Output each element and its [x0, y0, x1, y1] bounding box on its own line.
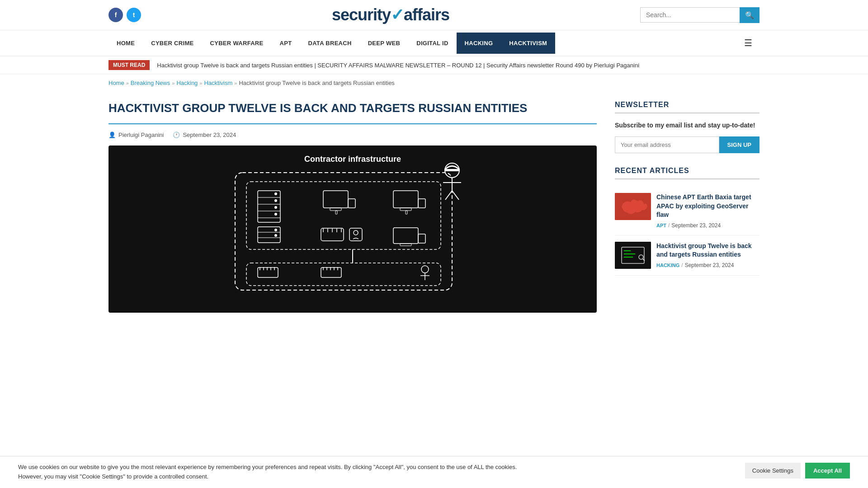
article-card-title-2[interactable]: Hacktivist group Twelve is back and targ… [656, 242, 760, 259]
author-name: Pierluigi Paganini [118, 131, 164, 138]
article-meta: 👤 Pierluigi Paganini 🕐 September 23, 202… [108, 131, 597, 138]
search-button[interactable]: 🔍 [740, 7, 760, 23]
svg-point-16 [274, 206, 277, 209]
nav-digital-id[interactable]: DIGITAL ID [408, 33, 456, 54]
article-date-2: September 23, 2024 [685, 262, 734, 268]
newsletter-title: NEWSLETTER [615, 101, 760, 113]
signup-button[interactable]: SIGN UP [719, 136, 760, 153]
article-thumb-1 [615, 193, 651, 220]
nav-apt[interactable]: APT [272, 33, 300, 54]
svg-rect-23 [400, 208, 411, 211]
nav-cyber-warfare[interactable]: CYBER WARFARE [202, 33, 272, 54]
clock-icon: 🕐 [173, 131, 180, 138]
china-map-icon [615, 193, 651, 220]
breadcrumb: Home » Breaking News » Hacking » Hacktiv… [0, 74, 868, 92]
newsletter-section: NEWSLETTER Subscribe to my email list an… [615, 101, 760, 153]
recent-articles-title: RECENT ARTICLES [615, 167, 760, 179]
top-bar: f t security✓affairs 🔍 [0, 0, 868, 30]
nav-hacking[interactable]: HACKING [457, 33, 501, 54]
email-row: SIGN UP [615, 136, 760, 153]
infographic-svg: Contractor infrastructure [222, 145, 484, 313]
twitter-icon[interactable]: t [127, 8, 141, 22]
svg-text:Contractor infrastructure: Contractor infrastructure [304, 155, 401, 164]
nav-cyber-crime[interactable]: CYBER CRIME [143, 33, 202, 54]
svg-rect-6 [444, 169, 460, 171]
recent-article-1: Chinese APT Earth Baxia target APAC by e… [615, 187, 760, 235]
author-icon: 👤 [108, 131, 116, 138]
svg-rect-19 [330, 208, 341, 211]
tag-apt-1[interactable]: APT [656, 223, 666, 228]
svg-rect-18 [323, 191, 348, 208]
svg-rect-22 [393, 191, 418, 208]
svg-rect-43 [246, 263, 441, 286]
breadcrumb-breaking-news[interactable]: Breaking News [131, 80, 170, 86]
article-card-meta-1: APT / September 23, 2024 [656, 222, 760, 229]
article-image: Contractor infrastructure [108, 145, 597, 313]
article-card-title-1[interactable]: Chinese APT Earth Baxia target APAC by e… [656, 193, 760, 220]
tag-hacking-2[interactable]: HACKING [656, 263, 679, 268]
svg-line-5 [452, 191, 459, 200]
search-area: 🔍 [640, 7, 760, 23]
article-card-body-1: Chinese APT Earth Baxia target APAC by e… [656, 193, 760, 229]
search-input[interactable] [640, 7, 740, 23]
nav-menu-icon[interactable]: ☰ [737, 30, 760, 56]
article-meta-author: 👤 Pierluigi Paganini [108, 131, 164, 138]
newsletter-desc: Subscribe to my email list and stay up-t… [615, 121, 760, 130]
svg-rect-44 [258, 267, 278, 277]
svg-point-29 [274, 229, 277, 231]
svg-rect-50 [321, 267, 341, 277]
social-icons: f t [108, 8, 141, 22]
nav-home[interactable]: HOME [108, 33, 143, 54]
hacker-icon [615, 242, 651, 269]
nav-deep-web[interactable]: DEEP WEB [360, 33, 409, 54]
article: HACKTIVIST GROUP TWELVE IS BACK AND TARG… [108, 101, 597, 313]
must-read-badge: MUST READ [108, 60, 150, 70]
svg-point-17 [274, 213, 277, 216]
main-nav: HOME CYBER CRIME CYBER WARFARE APT DATA … [0, 30, 868, 56]
svg-line-4 [445, 191, 452, 200]
article-thumb-2 [615, 242, 651, 269]
breadcrumb-home[interactable]: Home [108, 80, 124, 86]
nav-hacktivism[interactable]: HACKTIVISM [501, 33, 555, 54]
email-input[interactable] [615, 136, 719, 153]
article-date-1: September 23, 2024 [671, 222, 721, 229]
svg-rect-37 [349, 228, 362, 241]
sidebar: NEWSLETTER Subscribe to my email list an… [615, 101, 760, 313]
recent-article-2: Hacktivist group Twelve is back and targ… [615, 235, 760, 276]
article-card-body-2: Hacktivist group Twelve is back and targ… [656, 242, 760, 269]
svg-rect-60 [615, 242, 651, 269]
svg-rect-41 [418, 234, 425, 243]
svg-rect-25 [418, 199, 425, 208]
site-logo[interactable]: security✓affairs [332, 5, 449, 24]
main-layout: HACKTIVIST GROUP TWELVE IS BACK AND TARG… [0, 92, 868, 322]
breadcrumb-hacking[interactable]: Hacking [176, 80, 198, 86]
svg-point-30 [274, 234, 277, 237]
article-title: HACKTIVIST GROUP TWELVE IS BACK AND TARG… [108, 101, 597, 124]
svg-point-56 [421, 266, 429, 273]
article-date: September 23, 2024 [183, 131, 236, 138]
svg-point-15 [274, 199, 277, 202]
svg-rect-24 [406, 211, 407, 214]
nav-data-breach[interactable]: DATA BREACH [300, 33, 359, 54]
breadcrumb-current: Hacktivist group Twelve is back and targ… [239, 80, 394, 86]
svg-point-14 [274, 192, 277, 195]
svg-rect-20 [335, 211, 337, 214]
must-read-bar: MUST READ Hacktivist group Twelve is bac… [0, 56, 868, 74]
svg-rect-21 [348, 199, 355, 208]
ticker-text: Hacktivist group Twelve is back and targ… [157, 62, 639, 69]
facebook-icon[interactable]: f [108, 8, 123, 22]
svg-point-38 [354, 230, 358, 235]
recent-articles-section: RECENT ARTICLES Chinese APT Earth Baxia … [615, 167, 760, 276]
article-meta-date: 🕐 September 23, 2024 [173, 131, 236, 138]
svg-rect-39 [393, 228, 418, 244]
breadcrumb-hacktivism[interactable]: Hacktivism [204, 80, 232, 86]
article-card-meta-2: HACKING / September 23, 2024 [656, 262, 760, 268]
